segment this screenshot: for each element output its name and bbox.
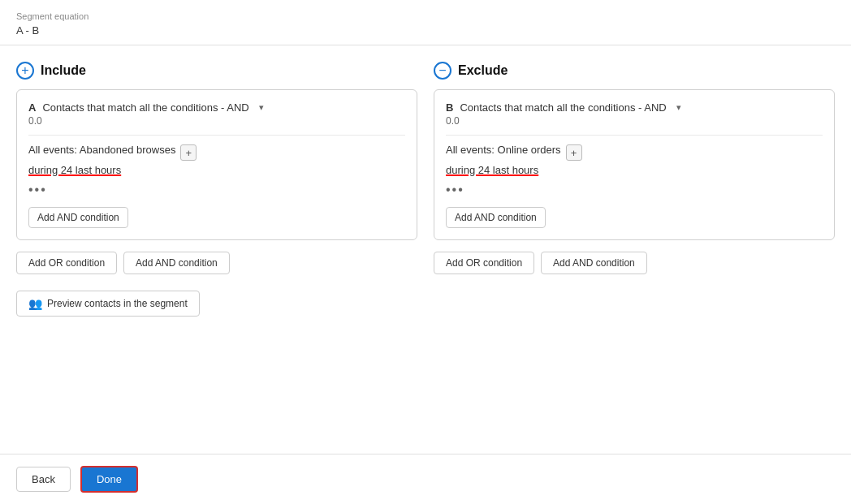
include-dots-menu[interactable]: ••• bbox=[28, 183, 405, 197]
exclude-add-and-button[interactable]: Add AND condition bbox=[541, 252, 647, 274]
include-panel: + Include A Contacts that match all the … bbox=[16, 62, 417, 274]
exclude-event-text: All events: Online orders bbox=[446, 144, 561, 156]
exclude-chevron-icon[interactable]: ▾ bbox=[676, 102, 681, 113]
include-condition-title: Contacts that match all the conditions -… bbox=[42, 101, 248, 114]
include-event-block: All events: Abandoned browses + during 2… bbox=[28, 144, 405, 176]
include-condition-count: 0.0 bbox=[28, 115, 405, 127]
exclude-condition-count: 0.0 bbox=[446, 115, 823, 127]
exclude-add-or-button[interactable]: Add OR condition bbox=[434, 252, 534, 274]
exclude-condition-box: B Contacts that match all the conditions… bbox=[434, 89, 835, 240]
back-button[interactable]: Back bbox=[16, 467, 71, 492]
segment-equation-label: Segment equation bbox=[16, 11, 835, 21]
include-event-text: All events: Abandoned browses bbox=[28, 144, 175, 156]
exclude-title: Exclude bbox=[458, 63, 508, 78]
done-button[interactable]: Done bbox=[80, 466, 138, 493]
exclude-add-and-condition-button[interactable]: Add AND condition bbox=[446, 207, 546, 228]
include-chevron-icon[interactable]: ▾ bbox=[259, 102, 264, 113]
include-event-time[interactable]: during 24 last hours bbox=[28, 164, 121, 176]
include-event-plus-button[interactable]: + bbox=[180, 144, 197, 161]
include-title: Include bbox=[41, 63, 86, 78]
exclude-event-block: All events: Online orders + during 24 la… bbox=[446, 144, 823, 176]
preview-section: 👥 Preview contacts in the segment bbox=[16, 291, 835, 317]
include-add-and-button[interactable]: Add AND condition bbox=[123, 252, 230, 274]
exclude-dots-menu[interactable]: ••• bbox=[446, 183, 823, 197]
footer: Back Done bbox=[0, 454, 851, 504]
include-add-button[interactable]: + bbox=[16, 62, 34, 80]
people-icon: 👥 bbox=[28, 297, 42, 310]
preview-contacts-button[interactable]: 👥 Preview contacts in the segment bbox=[16, 291, 200, 317]
include-condition-box: A Contacts that match all the conditions… bbox=[16, 89, 417, 240]
exclude-condition-letter: B bbox=[446, 101, 453, 114]
include-divider bbox=[28, 135, 405, 136]
segment-equation-value: A - B bbox=[16, 24, 835, 37]
exclude-event-time[interactable]: during 24 last hours bbox=[446, 164, 538, 176]
exclude-divider bbox=[446, 135, 823, 136]
include-add-and-condition-button[interactable]: Add AND condition bbox=[28, 207, 128, 228]
exclude-panel: − Exclude B Contacts that match all the … bbox=[434, 62, 835, 274]
include-add-or-button[interactable]: Add OR condition bbox=[16, 252, 117, 274]
exclude-remove-button[interactable]: − bbox=[434, 62, 451, 80]
exclude-condition-title: Contacts that match all the conditions -… bbox=[460, 101, 666, 114]
include-condition-letter: A bbox=[28, 101, 36, 114]
exclude-event-plus-button[interactable]: + bbox=[566, 144, 582, 161]
preview-label: Preview contacts in the segment bbox=[47, 298, 188, 309]
